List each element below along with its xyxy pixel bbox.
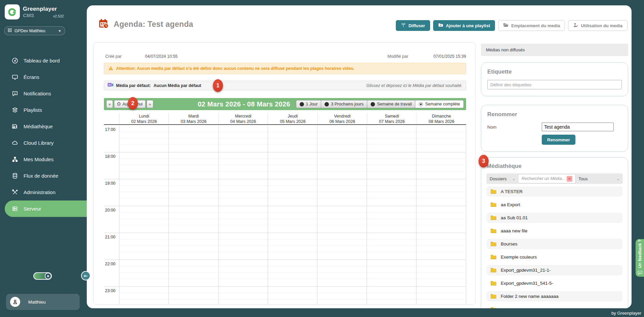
view-semaine-travail-button[interactable]: Semaine de travail	[367, 100, 416, 108]
modified-label: Modifié par	[387, 54, 408, 59]
folder-icon	[491, 242, 496, 246]
day-header-row: Lundi02 Mars 2026 Mardi03 Mars 2026 Merc…	[104, 112, 466, 125]
arrow-bar-left-icon: ⇤	[84, 273, 88, 278]
warning-banner: Attention: Aucun media par défaut n'a ét…	[104, 63, 466, 74]
ajouter-playlist-button[interactable]: Ajouter à une playlist	[433, 20, 495, 31]
rename-card: Renommer Nom Renommer	[481, 105, 628, 152]
byline: by Greenplayer	[611, 311, 641, 316]
day-header: Dimanche08 Mars 2026	[417, 112, 466, 124]
folder-row[interactable]: Folder 2 new name aaaaaaa	[487, 291, 622, 302]
chevron-down-icon: ⌄	[614, 177, 619, 181]
time-label: 19:00	[105, 181, 115, 186]
etiquette-title: Etiquette	[487, 69, 622, 75]
default-media-value: Aucun Média par défaut	[154, 83, 201, 88]
folder-name: aaaa new file	[501, 228, 528, 233]
folder-name: Export_gpdevm31_541-5-	[501, 281, 553, 286]
day-header: Jeudi05 Mars 2026	[268, 112, 317, 124]
view-3-prochains-jours-button[interactable]: 3 Prochains jours	[321, 100, 367, 108]
agenda-panel: Créé par 04/07/2024 10:55 Modifié par 07…	[93, 42, 476, 305]
button-label: Diffuser	[409, 23, 425, 28]
sidebar-item-playlists[interactable]: Playlists	[0, 102, 87, 118]
home-icon	[117, 102, 121, 106]
view-label: Semaine de travail	[377, 102, 412, 106]
view-switcher: 1 Jour 3 Prochains jours Semaine de trav…	[296, 100, 464, 108]
mediatheque-card: Médiathèque Dossiers⌄ ✕ Tous⌄ A TESTER a…	[481, 157, 628, 308]
sidebar-item-cloud-library[interactable]: Cloud Library	[0, 135, 87, 151]
folder-row[interactable]: aaaa new file	[487, 226, 622, 236]
next-week-button[interactable]: »	[147, 100, 153, 108]
folders-select-value: Dossiers	[490, 176, 507, 181]
mediatheque-controls: Dossiers⌄ ✕ Tous⌄	[487, 174, 622, 184]
sidebar-collapse-button[interactable]: ⇤	[81, 271, 90, 280]
sidebar-item-label: Administration	[24, 189, 55, 195]
sidebar-item-label: Mes Modules	[24, 156, 53, 162]
sidebar-item-tableau-de-bord[interactable]: Tableau de bord	[0, 52, 87, 69]
media-type-select[interactable]: Tous⌄	[576, 174, 622, 183]
default-media-label: Média par défaut:	[116, 83, 151, 88]
theme-toggle[interactable]: ❋	[33, 272, 52, 280]
mediatheque-title: Médiathèque	[487, 163, 622, 170]
media-search-input[interactable]	[521, 176, 565, 181]
greenplayer-logo-icon	[5, 4, 20, 19]
etiquette-input[interactable]	[487, 80, 622, 89]
sidebar-item-label: Écrans	[24, 74, 39, 80]
sidebar-item-administration[interactable]: Administration	[0, 184, 87, 200]
modules-icon	[11, 156, 18, 163]
sidebar-item-ecrans[interactable]: Écrans	[0, 69, 87, 85]
created-date: 04/07/2024 10:55	[145, 54, 178, 59]
folder-row[interactable]: Bourses	[487, 239, 622, 249]
folder-row[interactable]: Exemple couleurs	[487, 252, 622, 262]
sidebar-item-mediatheque[interactable]: Médiathèque	[0, 118, 87, 135]
diffuser-button[interactable]: Diffuser	[396, 20, 430, 31]
user-chip[interactable]: Matthieu	[6, 294, 80, 310]
double-chevron-left-icon: «	[109, 102, 111, 106]
folders-select[interactable]: Dossiers⌄	[487, 174, 518, 183]
filled-circle-icon	[371, 102, 375, 106]
day-header: Samedi07 Mars 2026	[367, 112, 416, 124]
calendar-grid[interactable]: 17:00 18:00 19:00 20:00 21:00 22:00 23:0…	[104, 126, 466, 305]
view-semaine-complete-button[interactable]: Semaine complète	[415, 100, 464, 108]
modified-date: 07/01/2025 15:39	[433, 54, 466, 59]
folder-row[interactable]: Export_gpdevm31_541-5-	[487, 278, 622, 288]
undiffused-media-bar[interactable]: Médias non diffusés	[481, 44, 628, 56]
prev-week-button[interactable]: «	[106, 100, 113, 108]
folder-name: Bourses	[501, 241, 518, 246]
sidebar-item-label: Notifications	[24, 91, 51, 96]
annotation-badge-1: 1	[213, 79, 223, 92]
sidebar-item-flux-de-donnee[interactable]: Flux de donnée	[0, 168, 87, 184]
feedback-tab[interactable]: Un feedback ?	[636, 239, 644, 277]
folder-icon	[491, 229, 496, 233]
view-label: 1 Jour	[306, 102, 318, 106]
folder-icon	[491, 189, 496, 194]
sidebar-item-notifications[interactable]: Notifications	[0, 85, 87, 102]
sidebar-item-mes-modules[interactable]: Mes Modules	[0, 151, 87, 168]
rename-button[interactable]: Renommer	[542, 135, 575, 145]
time-label: 20:00	[105, 208, 115, 213]
folder-row[interactable]: aa Export	[487, 199, 622, 210]
folder-row[interactable]: Export_gpdevm31_21-1-	[487, 265, 622, 275]
sidebar-item-label: Tableau de bord	[24, 58, 60, 63]
view-label: 3 Prochains jours	[331, 102, 364, 106]
undiffused-label: Médias non diffusés	[486, 47, 525, 52]
default-media-dropzone[interactable]: Média par défaut: Aucun Média par défaut…	[104, 81, 466, 90]
view-1-jour-button[interactable]: 1 Jour	[296, 100, 321, 108]
warning-icon	[108, 66, 113, 72]
name-input[interactable]	[542, 123, 614, 131]
workspace-selector[interactable]: GPDev Matthieu ▼	[4, 26, 65, 35]
utilisation-media-button[interactable]: Utilisation du media	[568, 20, 628, 31]
folder-row[interactable]: A TESTER	[487, 186, 622, 197]
emplacement-media-button[interactable]: Emplacement du media	[498, 20, 565, 31]
clear-search-icon[interactable]: ✕	[567, 176, 572, 182]
name-label: Nom	[487, 125, 496, 130]
folder-row[interactable]: aa Sub 01.01	[487, 213, 622, 223]
time-label: 17:00	[105, 127, 115, 132]
time-label: 21:00	[105, 235, 115, 239]
folder-row-partial[interactable]	[487, 304, 622, 308]
workspace-name: GPDev Matthieu	[14, 29, 45, 33]
app-version: v2.532	[53, 14, 64, 18]
folder-plus-icon	[438, 22, 443, 29]
user-name: Matthieu	[28, 300, 46, 305]
sidebar-item-serveur[interactable]: Serveur	[5, 200, 87, 217]
sidebar-item-label: Playlists	[24, 107, 42, 113]
folder-icon	[491, 255, 496, 259]
